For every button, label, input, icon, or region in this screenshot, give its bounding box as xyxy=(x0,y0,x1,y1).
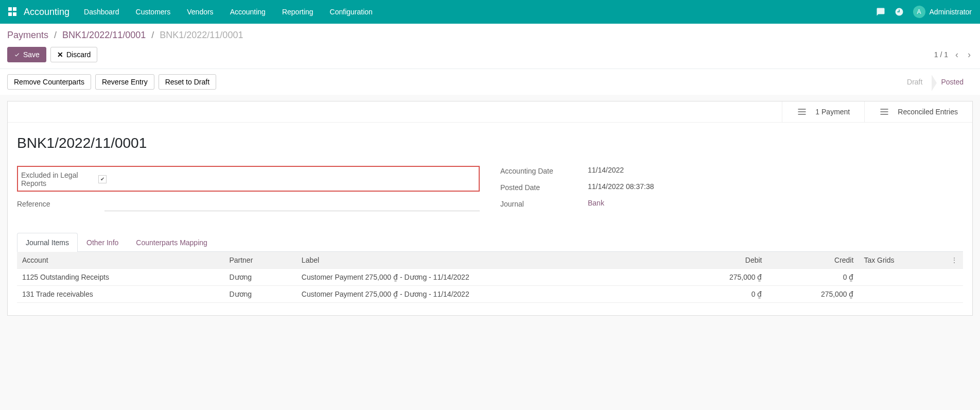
stat-payment[interactable]: 1 Payment xyxy=(782,101,864,122)
posted-date-label: Posted Date xyxy=(500,182,588,192)
stat-reconciled-label: Reconciled Entries xyxy=(898,108,958,116)
cell-partner[interactable]: Dương xyxy=(224,269,296,286)
cell-label[interactable]: Customer Payment 275,000 ₫ - Dương - 11/… xyxy=(296,269,676,286)
col-account[interactable]: Account xyxy=(17,252,224,269)
clock-icon[interactable] xyxy=(895,7,904,16)
excluded-field-highlight: Excluded in Legal Reports ✔ xyxy=(17,166,480,192)
list-icon xyxy=(879,107,889,117)
breadcrumb: Payments / BNK1/2022/11/0001 / BNK1/2022… xyxy=(7,30,243,41)
cell-label[interactable]: Customer Payment 275,000 ₫ - Dương - 11/… xyxy=(296,286,676,303)
col-debit[interactable]: Debit xyxy=(676,252,767,269)
pager: 1 / 1 ‹ › xyxy=(934,49,973,60)
close-icon: ✕ xyxy=(57,50,63,59)
chat-icon[interactable] xyxy=(876,7,885,16)
tabs: Journal Items Other Info Counterparts Ma… xyxy=(17,233,963,252)
cell-credit[interactable]: 0 ₫ xyxy=(767,269,859,286)
cell-account[interactable]: 1125 Outstanding Receipts xyxy=(17,269,224,286)
menu-customers[interactable]: Customers xyxy=(136,8,171,16)
menu-configuration[interactable]: Configuration xyxy=(330,8,373,16)
cell-tax[interactable] xyxy=(859,269,946,286)
app-brand[interactable]: Accounting xyxy=(24,7,69,18)
table-row[interactable]: 131 Trade receivables Dương Customer Pay… xyxy=(17,286,963,303)
status-posted[interactable]: Posted xyxy=(932,75,973,89)
excluded-label: Excluded in Legal Reports xyxy=(21,170,98,187)
cell-credit[interactable]: 275,000 ₫ xyxy=(767,286,859,303)
topbar: Accounting Dashboard Customers Vendors A… xyxy=(0,0,980,24)
status-row: Remove Counterparts Reverse Entry Reset … xyxy=(0,69,980,95)
pager-prev[interactable]: ‹ xyxy=(953,49,960,60)
top-menu: Dashboard Customers Vendors Accounting R… xyxy=(84,8,373,16)
journal-value[interactable]: Bank xyxy=(588,199,963,207)
discard-button[interactable]: ✕ Discard xyxy=(50,47,97,62)
discard-label: Discard xyxy=(66,50,91,59)
stat-row: 1 Payment Reconciled Entries xyxy=(8,101,972,123)
col-label[interactable]: Label xyxy=(296,252,676,269)
cell-debit[interactable]: 0 ₫ xyxy=(676,286,767,303)
menu-dashboard[interactable]: Dashboard xyxy=(84,8,119,16)
accounting-date-label: Accounting Date xyxy=(500,166,588,175)
status-draft[interactable]: Draft xyxy=(898,75,932,89)
record-title: BNK1/2022/11/0001 xyxy=(17,135,963,151)
tab-other-info[interactable]: Other Info xyxy=(78,233,127,252)
journal-items-grid: Account Partner Label Debit Credit Tax G… xyxy=(17,252,963,303)
cell-partner[interactable]: Dương xyxy=(224,286,296,303)
form-sheet: 1 Payment Reconciled Entries BNK1/2022/1… xyxy=(7,101,973,316)
reset-draft-button[interactable]: Reset to Draft xyxy=(159,74,216,90)
breadcrumb-parent[interactable]: BNK1/2022/11/0001 xyxy=(62,30,146,40)
reference-label: Reference xyxy=(17,199,104,208)
excluded-checkbox[interactable]: ✔ xyxy=(98,175,107,183)
save-label: Save xyxy=(23,50,40,59)
apps-icon[interactable] xyxy=(8,7,18,16)
cell-tax[interactable] xyxy=(859,286,946,303)
action-row: Save ✕ Discard 1 / 1 ‹ › xyxy=(0,43,980,69)
pager-next[interactable]: › xyxy=(966,49,973,60)
col-tax-grids[interactable]: Tax Grids xyxy=(859,252,946,269)
reverse-entry-button[interactable]: Reverse Entry xyxy=(95,74,154,90)
breadcrumb-current: BNK1/2022/11/0001 xyxy=(160,30,243,40)
user-menu[interactable]: A Administrator xyxy=(913,6,972,18)
col-partner[interactable]: Partner xyxy=(224,252,296,269)
table-row[interactable]: 1125 Outstanding Receipts Dương Customer… xyxy=(17,269,963,286)
reference-input[interactable] xyxy=(104,199,480,211)
breadcrumb-root[interactable]: Payments xyxy=(7,30,48,40)
accounting-date-value[interactable]: 11/14/2022 xyxy=(588,166,963,174)
cell-debit[interactable]: 275,000 ₫ xyxy=(676,269,767,286)
pager-text: 1 / 1 xyxy=(934,50,948,59)
menu-reporting[interactable]: Reporting xyxy=(282,8,313,16)
remove-counterparts-button[interactable]: Remove Counterparts xyxy=(7,74,91,90)
posted-date-value: 11/14/2022 08:37:38 xyxy=(588,182,963,191)
stat-payment-label: 1 Payment xyxy=(815,108,850,116)
list-icon xyxy=(797,107,807,117)
menu-accounting[interactable]: Accounting xyxy=(230,8,266,16)
cell-account[interactable]: 131 Trade receivables xyxy=(17,286,224,303)
menu-vendors[interactable]: Vendors xyxy=(187,8,213,16)
col-credit[interactable]: Credit xyxy=(767,252,859,269)
check-icon xyxy=(14,52,20,58)
breadcrumb-row: Payments / BNK1/2022/11/0001 / BNK1/2022… xyxy=(0,24,980,43)
col-kebab[interactable]: ⋮ xyxy=(946,252,963,269)
user-name: Administrator xyxy=(930,8,972,16)
save-button[interactable]: Save xyxy=(7,47,46,62)
tab-journal-items[interactable]: Journal Items xyxy=(17,233,78,252)
journal-label: Journal xyxy=(500,199,588,208)
tab-counterparts[interactable]: Counterparts Mapping xyxy=(127,233,216,252)
stat-reconciled[interactable]: Reconciled Entries xyxy=(864,101,972,122)
status-bar: Draft Posted xyxy=(898,75,973,89)
avatar: A xyxy=(913,6,925,18)
